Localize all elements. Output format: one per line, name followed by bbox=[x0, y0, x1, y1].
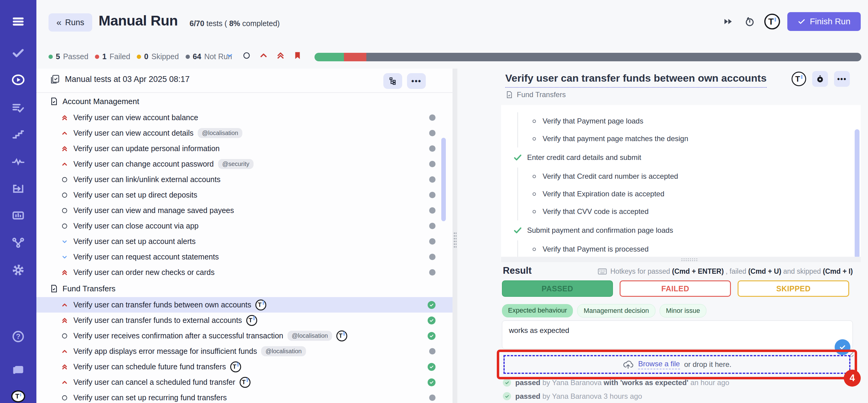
testomat-logo-icon[interactable]: T bbox=[764, 13, 780, 29]
failed-button[interactable]: FAILED bbox=[620, 280, 731, 297]
test-automation-logo-icon[interactable]: T bbox=[792, 71, 806, 86]
list-more-button[interactable]: ••• bbox=[407, 73, 426, 89]
projects-icon[interactable] bbox=[10, 362, 26, 377]
step-text: Verify that Payment is processed bbox=[542, 245, 649, 253]
test-row[interactable]: Verify user can view account details@loc… bbox=[36, 125, 453, 141]
reports-icon[interactable] bbox=[10, 207, 26, 223]
tests-icon[interactable] bbox=[10, 45, 26, 61]
step-row[interactable]: Verify that Payment is processed bbox=[518, 240, 861, 257]
import-icon[interactable] bbox=[10, 181, 26, 197]
runs-icon-active[interactable] bbox=[10, 72, 26, 88]
status-notrun-icon bbox=[429, 223, 436, 229]
test-name: Verify user can order new checks or card… bbox=[73, 268, 214, 277]
suite-breadcrumb[interactable]: Fund Transfers bbox=[505, 90, 566, 99]
list-scrollbar[interactable] bbox=[441, 138, 446, 221]
test-row[interactable]: Verify user can schedule future fund tra… bbox=[36, 359, 453, 374]
section-header[interactable]: Fund Transfers bbox=[36, 280, 453, 297]
skipped-button[interactable]: SKIPPED bbox=[738, 280, 849, 297]
test-row[interactable]: Verify user receives confirmation after … bbox=[36, 328, 453, 344]
collapse-filter-icon[interactable] bbox=[224, 50, 235, 61]
priority-normal-filter-icon[interactable] bbox=[241, 50, 252, 61]
test-row[interactable]: Verify user can view account balance bbox=[36, 110, 453, 125]
step-row[interactable]: Verify that Payment page loads bbox=[518, 112, 861, 130]
stopwatch-icon[interactable] bbox=[742, 14, 757, 29]
timer-button[interactable] bbox=[812, 71, 828, 87]
detail-more-button[interactable]: ••• bbox=[834, 71, 850, 87]
tag-minor-issue[interactable]: Minor issue bbox=[660, 304, 706, 317]
test-row[interactable]: Verify app displays error message for in… bbox=[36, 344, 453, 359]
priority-high-filter-icon[interactable] bbox=[258, 50, 269, 61]
list-header: Manual tests at 03 Apr 2025 08:17 ••• bbox=[36, 68, 453, 93]
check-icon bbox=[798, 18, 806, 26]
steps-resize-strip[interactable] bbox=[501, 257, 861, 262]
tag-expected-behaviour[interactable]: Expected behaviour bbox=[502, 304, 573, 317]
panel-divider[interactable] bbox=[453, 68, 457, 403]
tag-management-decision[interactable]: Management decision bbox=[577, 304, 655, 317]
menu-icon[interactable] bbox=[10, 13, 26, 29]
test-row[interactable]: Verify user can set up account alerts bbox=[36, 234, 453, 249]
step-row[interactable]: Submit payment and confirmation page loa… bbox=[501, 222, 861, 239]
test-row[interactable]: Verify user can request account statemen… bbox=[36, 249, 453, 265]
test-name: Verify user can change account password bbox=[73, 160, 214, 168]
step-row[interactable]: Enter credit card details and submit bbox=[501, 149, 861, 166]
bullet-icon bbox=[533, 210, 536, 213]
test-row[interactable]: Verify user can transfer funds to extern… bbox=[36, 313, 453, 328]
help-icon[interactable]: ? bbox=[10, 329, 26, 344]
test-row[interactable]: Verify user can change account password@… bbox=[36, 156, 453, 172]
section-header[interactable]: Account Management bbox=[36, 93, 453, 110]
history-passed-icon bbox=[503, 378, 511, 386]
test-row[interactable]: Verify user can link/unlink external acc… bbox=[36, 172, 453, 187]
stat-item: 0Skipped bbox=[137, 52, 179, 61]
bullet-icon bbox=[533, 137, 536, 141]
analytics-icon[interactable] bbox=[10, 154, 26, 170]
file-upload-dropzone[interactable]: Browse a file or drop it here. bbox=[503, 355, 850, 374]
priority-highest-filter-icon[interactable] bbox=[275, 50, 286, 61]
milestones-icon[interactable] bbox=[10, 126, 26, 142]
test-plans-icon[interactable] bbox=[10, 99, 26, 115]
status-notrun-icon bbox=[429, 269, 436, 276]
step-bullet-group: Verify that Payment page loadsVerify tha… bbox=[518, 112, 861, 147]
section-doc-icon bbox=[50, 97, 58, 106]
test-row[interactable]: Verify user can view and manage saved pa… bbox=[36, 203, 453, 218]
step-text: Verify that Credit card number is accept… bbox=[542, 172, 678, 180]
test-tag: @security bbox=[218, 159, 253, 169]
step-row[interactable]: Verify that Expiration date is accepted bbox=[518, 185, 861, 203]
step-row[interactable]: Verify that CVV code is accepted bbox=[518, 203, 861, 220]
passed-button[interactable]: PASSED bbox=[502, 280, 613, 297]
test-row[interactable]: Verify user can close account via app bbox=[36, 218, 453, 234]
priority-high-icon bbox=[60, 348, 69, 355]
comment-input[interactable]: works as expected bbox=[502, 320, 853, 349]
steps-scrollbar[interactable] bbox=[855, 129, 860, 257]
back-to-runs-button[interactable]: « Runs bbox=[49, 13, 92, 32]
ellipsis-icon: ••• bbox=[411, 77, 421, 86]
step-check-icon bbox=[513, 153, 522, 162]
automated-test-icon: T bbox=[230, 362, 241, 372]
test-row[interactable]: Verify user can set up direct deposits bbox=[36, 187, 453, 203]
test-row[interactable]: Verify user can set up recurring fund tr… bbox=[36, 390, 453, 403]
step-row[interactable]: Verify that payment page matches the des… bbox=[518, 130, 861, 147]
finish-run-button[interactable]: Finish Run bbox=[787, 12, 861, 31]
finish-run-label: Finish Run bbox=[810, 17, 850, 26]
svg-text:?: ? bbox=[16, 332, 21, 341]
browse-file-link[interactable]: Browse a file bbox=[638, 359, 680, 369]
priority-low-icon bbox=[60, 238, 69, 245]
step-row[interactable]: Verify that Credit card number is accept… bbox=[518, 168, 861, 185]
fast-forward-icon[interactable] bbox=[721, 14, 735, 29]
sidebar: ? T bbox=[0, 0, 36, 403]
bookmark-filter-icon[interactable] bbox=[292, 50, 303, 61]
tree-view-button[interactable] bbox=[383, 73, 402, 89]
test-row[interactable]: Verify user can order new checks or card… bbox=[36, 265, 453, 280]
test-row[interactable]: Verify user can update personal informat… bbox=[36, 141, 453, 156]
settings-gear-icon[interactable] bbox=[10, 262, 26, 278]
test-name: Verify user can request account statemen… bbox=[73, 253, 219, 261]
app-logo[interactable]: T bbox=[10, 388, 26, 403]
test-row[interactable]: Verify user can cancel a scheduled fund … bbox=[36, 374, 453, 390]
test-name: Verify user can transfer funds between o… bbox=[73, 300, 251, 309]
status-notrun-icon bbox=[429, 395, 436, 401]
hotkeys-hint: Hotkeys for passed (Cmd + ENTER) , faile… bbox=[597, 266, 853, 276]
test-row[interactable]: Verify user can transfer funds between o… bbox=[36, 297, 453, 313]
step-check-icon bbox=[513, 226, 522, 235]
priority-highest-icon bbox=[60, 317, 69, 324]
branches-icon[interactable] bbox=[10, 235, 26, 250]
test-title[interactable]: Verify user can transfer funds between o… bbox=[505, 72, 767, 88]
